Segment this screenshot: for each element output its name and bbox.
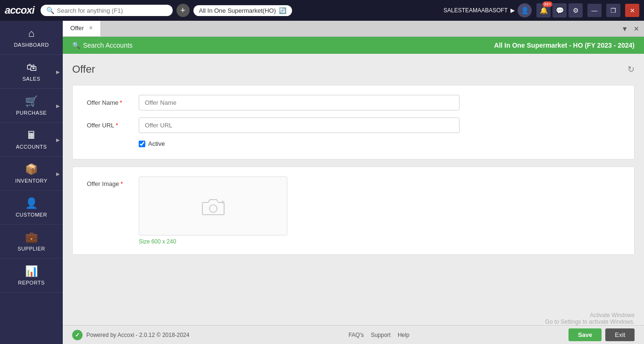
image-row: Offer Image* + Size bbox=[87, 176, 620, 245]
active-label: Active bbox=[148, 140, 165, 147]
tab-offer-label: Offer bbox=[70, 25, 84, 32]
footer-logo: ✓ bbox=[72, 330, 83, 340]
sidebar-label-purchase: PURCHASE bbox=[16, 110, 47, 116]
company-selector[interactable]: All In One Supermarket(HO) 🔄 bbox=[193, 5, 292, 16]
footer-actions: Save Exit bbox=[569, 328, 635, 341]
sidebar-label-reports: REPORTS bbox=[18, 280, 44, 285]
sidebar-item-supplier[interactable]: 💼 SUPPLIER bbox=[0, 225, 63, 259]
tab-controls: ▼ ✕ bbox=[619, 24, 644, 34]
offer-url-label: Offer URL* bbox=[87, 122, 134, 129]
offer-name-label: Offer Name* bbox=[87, 99, 134, 106]
user-info: SALESTEAMAABASOFT ▶ 👤 bbox=[443, 3, 532, 17]
sidebar-label-accounts: ACCOUNTS bbox=[16, 144, 47, 150]
sidebar-label-inventory: INVENTORY bbox=[15, 178, 47, 184]
offer-image-required: * bbox=[120, 180, 123, 187]
customer-icon: 👤 bbox=[25, 197, 38, 210]
sidebar-item-accounts[interactable]: 🖩 ACCOUNTS ▶ bbox=[0, 123, 63, 157]
minimize-button[interactable]: — bbox=[587, 4, 602, 17]
offer-name-input[interactable] bbox=[139, 95, 460, 110]
accounts-icon: 🖩 bbox=[26, 129, 37, 142]
offer-name-required: * bbox=[120, 99, 122, 106]
footer-links: FAQ's Support Help bbox=[349, 332, 410, 338]
chat-button[interactable]: 💬 bbox=[552, 3, 567, 17]
username-label: SALESTEAMAABASOFT bbox=[443, 7, 508, 14]
camera-plus-icon: + bbox=[201, 196, 225, 217]
offer-url-row: Offer URL* bbox=[87, 117, 620, 133]
sidebar-label-customer: CUSTOMER bbox=[16, 212, 47, 218]
image-size-hint: Size 600 x 240 bbox=[139, 238, 287, 245]
search-accounts-button[interactable]: 🔍 Search Accounts bbox=[72, 42, 133, 49]
svg-text:+: + bbox=[221, 198, 225, 206]
main-layout: ⌂ DASHBOARD 🛍 SALES ▶ 🛒 PURCHASE ▶ 🖩 ACC… bbox=[0, 21, 644, 344]
page-refresh-button[interactable]: ↻ bbox=[627, 64, 635, 75]
tab-close-button[interactable]: ✕ bbox=[632, 24, 641, 34]
sidebar: ⌂ DASHBOARD 🛍 SALES ▶ 🛒 PURCHASE ▶ 🖩 ACC… bbox=[0, 21, 63, 344]
sidebar-item-customer[interactable]: 👤 CUSTOMER bbox=[0, 191, 63, 225]
sidebar-item-purchase[interactable]: 🛒 PURCHASE ▶ bbox=[0, 89, 63, 123]
search-icon: 🔍 bbox=[46, 7, 54, 14]
topbar-icons: 🔔 99+ 💬 ⚙ bbox=[536, 3, 583, 17]
tab-close-icon[interactable]: ✕ bbox=[89, 25, 93, 31]
offer-details-card: Offer Name* Offer URL* Active bbox=[72, 85, 635, 159]
add-button[interactable]: + bbox=[176, 4, 190, 17]
footer: ✓ Powered by Accoxi - 2.0.12 © 2018-2024… bbox=[63, 325, 644, 344]
search-input[interactable] bbox=[57, 7, 161, 14]
footer-left: ✓ Powered by Accoxi - 2.0.12 © 2018-2024 bbox=[72, 330, 189, 340]
tab-offer[interactable]: Offer ✕ bbox=[63, 21, 101, 36]
purchase-arrow-icon: ▶ bbox=[56, 103, 60, 108]
purchase-icon: 🛒 bbox=[25, 95, 38, 108]
tab-bar: Offer ✕ ▼ ✕ bbox=[63, 21, 644, 37]
global-search-bar[interactable]: 🔍 bbox=[41, 5, 173, 16]
footer-support-link[interactable]: Support bbox=[371, 332, 391, 338]
page-content: Offer ↻ Offer Name* Offer URL* bbox=[63, 54, 644, 325]
offer-url-input[interactable] bbox=[139, 117, 460, 133]
footer-help-link[interactable]: Help bbox=[398, 332, 410, 338]
sidebar-item-sales[interactable]: 🛍 SALES ▶ bbox=[0, 55, 63, 89]
settings-button[interactable]: ⚙ bbox=[569, 3, 583, 17]
user-arrow-icon: ▶ bbox=[510, 7, 515, 14]
sidebar-item-reports[interactable]: 📊 REPORTS bbox=[0, 259, 63, 293]
company-name-header: All In One Supermarket - HO (FY 2023 - 2… bbox=[494, 42, 635, 49]
offer-url-required: * bbox=[116, 122, 118, 129]
footer-faqs-link[interactable]: FAQ's bbox=[349, 332, 364, 338]
close-button[interactable]: ✕ bbox=[625, 4, 639, 17]
search-accounts-icon: 🔍 bbox=[72, 42, 80, 49]
green-header: 🔍 Search Accounts All In One Supermarket… bbox=[63, 37, 644, 54]
svg-point-0 bbox=[209, 205, 217, 212]
inventory-arrow-icon: ▶ bbox=[56, 171, 60, 176]
company-refresh-icon: 🔄 bbox=[279, 7, 286, 14]
page-title: Offer bbox=[72, 63, 95, 76]
exit-button[interactable]: Exit bbox=[605, 328, 635, 341]
notification-badge: 99+ bbox=[543, 1, 552, 7]
offer-image-card: Offer Image* + Size bbox=[72, 167, 635, 255]
sales-arrow-icon: ▶ bbox=[56, 69, 60, 74]
topbar-right: SALESTEAMAABASOFT ▶ 👤 🔔 99+ 💬 ⚙ — ❐ ✕ bbox=[443, 3, 639, 17]
content-area: Offer ✕ ▼ ✕ 🔍 Search Accounts All In One… bbox=[63, 21, 644, 344]
tab-dropdown-button[interactable]: ▼ bbox=[619, 24, 630, 34]
sidebar-item-dashboard[interactable]: ⌂ DASHBOARD bbox=[0, 21, 63, 55]
sidebar-label-supplier: SUPPLIER bbox=[17, 246, 45, 252]
offer-name-row: Offer Name* bbox=[87, 95, 620, 110]
sidebar-item-inventory[interactable]: 📦 INVENTORY ▶ bbox=[0, 157, 63, 191]
save-button[interactable]: Save bbox=[569, 328, 602, 341]
search-accounts-label: Search Accounts bbox=[83, 42, 133, 49]
footer-powered-by: Powered by Accoxi - 2.0.12 © 2018-2024 bbox=[86, 332, 189, 338]
restore-button[interactable]: ❐ bbox=[606, 4, 620, 17]
dashboard-icon: ⌂ bbox=[28, 27, 34, 40]
sidebar-label-dashboard: DASHBOARD bbox=[14, 42, 49, 48]
sidebar-label-sales: SALES bbox=[23, 76, 41, 82]
notification-button[interactable]: 🔔 99+ bbox=[536, 3, 551, 17]
topbar: accoxi 🔍 + All In One Supermarket(HO) 🔄 … bbox=[0, 0, 644, 21]
page-title-bar: Offer ↻ bbox=[72, 59, 635, 80]
avatar[interactable]: 👤 bbox=[518, 3, 532, 17]
inventory-icon: 📦 bbox=[25, 163, 38, 176]
supplier-icon: 💼 bbox=[25, 231, 38, 243]
sales-icon: 🛍 bbox=[26, 61, 37, 74]
company-selector-text: All In One Supermarket(HO) bbox=[199, 7, 276, 14]
accounts-arrow-icon: ▶ bbox=[56, 137, 60, 142]
reports-icon: 📊 bbox=[25, 265, 38, 277]
active-checkbox[interactable] bbox=[139, 141, 145, 147]
image-upload-area[interactable]: + bbox=[139, 176, 287, 235]
active-row: Active bbox=[139, 140, 620, 147]
offer-image-label: Offer Image* bbox=[87, 176, 134, 187]
